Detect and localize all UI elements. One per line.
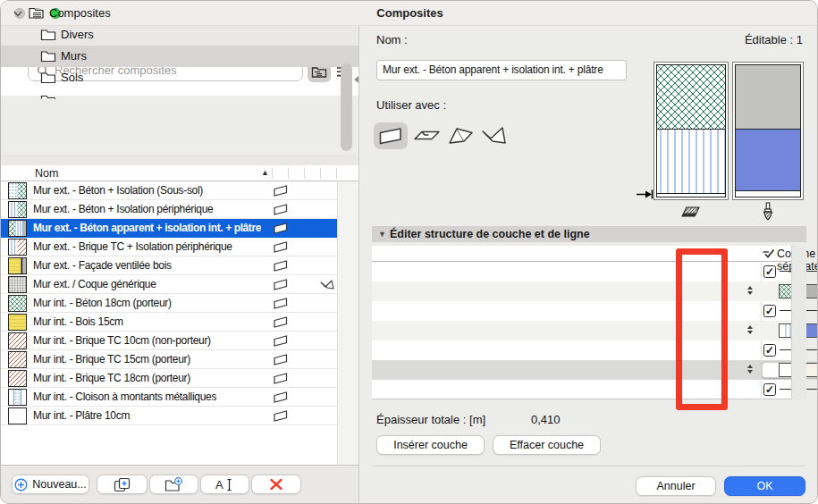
list-item[interactable]: Mur int. - Bois 15cm	[1, 313, 337, 332]
total-thickness-label: Épaisseur totale : [m]	[376, 413, 485, 426]
separator-checkbox[interactable]	[763, 383, 776, 396]
list-scrollbar-track[interactable]	[337, 181, 358, 466]
surface-concrete	[736, 65, 800, 130]
collapse-panel-icon[interactable]	[354, 76, 358, 83]
slab-icon	[413, 127, 442, 145]
use-with-shell-button[interactable]	[478, 122, 512, 149]
core-fill-pattern	[657, 65, 725, 130]
use-with-wall-button[interactable]	[374, 122, 408, 149]
folder-icon	[40, 71, 56, 85]
insert-layer-button[interactable]: Insérer couche	[376, 435, 485, 455]
separator-checkbox[interactable]	[763, 344, 776, 357]
separator-row[interactable]: Continu 27	[372, 301, 791, 321]
tree-item-label: Divers	[61, 28, 94, 41]
folder-icon	[40, 92, 56, 96]
composite-thumbnail	[8, 295, 27, 312]
folder-icon	[40, 28, 56, 42]
finish-layer-strip	[657, 193, 725, 197]
wall-icon	[274, 335, 288, 347]
wall-icon	[274, 185, 288, 197]
wall-icon	[378, 127, 403, 146]
new-composite-button[interactable]: Nouveau...	[12, 475, 89, 494]
tree-item-murs-selected[interactable]: Murs	[1, 46, 358, 67]
layer-row[interactable]: Isolation - Polystyrène ex... 67 0,200	[372, 321, 791, 340]
chevron-down-icon[interactable]	[13, 10, 23, 18]
roof-icon	[447, 126, 476, 146]
layer-structure-table: Couche et séparateur Stylo Ligne Type Ex…	[372, 246, 791, 399]
drag-handle[interactable]	[747, 286, 753, 295]
name-column-header[interactable]: Nom	[35, 167, 58, 180]
composite-thumbnail	[8, 314, 27, 331]
list-item[interactable]: Mur int. - Brique TC 15cm (porteur)	[1, 350, 337, 369]
list-item[interactable]: Mur ext. - Béton + Isolation périphériqu…	[1, 200, 337, 219]
composite-thumbnail	[8, 276, 27, 293]
plus-circle-icon	[14, 478, 28, 491]
list-item[interactable]: Mur int. - Brique TC 10cm (non-porteur)	[1, 332, 337, 350]
footer-divider	[372, 466, 806, 466]
tree-item-composites-root[interactable]: Composites	[1, 3, 358, 24]
wall-icon	[274, 260, 288, 272]
wall-icon	[274, 279, 288, 290]
wall-icon	[274, 223, 288, 234]
composite-thumbnail	[8, 201, 27, 218]
layer-row[interactable]: Béton armé (Apparent) 27 0,200	[372, 281, 791, 301]
svg-text:A: A	[215, 478, 223, 491]
new-folder-button[interactable]	[149, 475, 198, 494]
tree-item-divers[interactable]: Divers	[1, 24, 358, 46]
composite-thumbnail	[8, 389, 27, 406]
composite-thumbnail	[8, 332, 27, 349]
use-with-roof-button[interactable]	[444, 122, 478, 149]
separator-checkbox[interactable]	[763, 265, 776, 278]
panel-divider[interactable]	[358, 26, 359, 504]
separator-checkbox[interactable]	[763, 305, 776, 317]
wall-icon	[274, 298, 288, 309]
surface-insulation	[736, 130, 800, 190]
sort-ascending-icon[interactable]: ▲	[261, 168, 269, 177]
list-item[interactable]: Mur ext. - Façade ventilée bois	[1, 256, 337, 275]
tree-item-sols[interactable]: Sols	[1, 67, 358, 88]
section-title: Éditer structure de couche et de ligne	[390, 228, 590, 240]
surface-paint-icon	[760, 202, 776, 222]
delete-button[interactable]	[251, 475, 301, 494]
left-footer: Nouveau... A	[1, 466, 358, 504]
structure-section-header[interactable]: ▼ Éditer structure de couche et de ligne	[372, 226, 806, 242]
composite-name-input[interactable]: Mur ext. - Béton apparent + isolation in…	[376, 60, 627, 80]
rename-button[interactable]: A	[200, 475, 249, 494]
table-scrollbar-track[interactable]	[791, 246, 806, 399]
list-item[interactable]: Mur ext. - Béton + Isolation (Sous-sol)	[1, 181, 337, 200]
list-header[interactable]: Nom ▲	[1, 165, 358, 181]
list-item[interactable]: Mur int. - Cloison à montants métallique…	[1, 388, 337, 407]
separator-row[interactable]: Continu 67	[372, 340, 791, 360]
composites-list: Nom ▲ Mur ext. - Béton + Isolation (Sous…	[1, 165, 358, 466]
tree-scrollbar-thumb[interactable]	[341, 63, 352, 151]
layer-row-editing[interactable]: Finition int - Plaque de pl... › 87 › 0,…	[372, 360, 791, 380]
erase-layer-button[interactable]: Effacer couche	[493, 435, 601, 455]
list-item[interactable]: Mur ext. / Coque générique	[1, 275, 337, 294]
duplicate-button[interactable]	[97, 475, 148, 494]
surface-preview	[732, 62, 804, 200]
drag-handle[interactable]	[747, 365, 753, 374]
list-item[interactable]: Mur int. - Béton 18cm (porteur)	[1, 294, 337, 313]
cancel-button[interactable]: Annuler	[636, 476, 716, 496]
composite-thumbnail	[8, 370, 27, 387]
wall-icon	[274, 241, 288, 253]
drag-handle[interactable]	[747, 325, 753, 334]
list-item[interactable]: Mur int. - Plâtre 10cm	[1, 407, 337, 425]
use-with-slab-button[interactable]	[410, 122, 444, 149]
list-item[interactable]: Mur ext. - Brique TC + Isolation périphé…	[1, 238, 337, 256]
ok-button[interactable]: OK	[724, 476, 805, 496]
composite-thumbnail	[8, 407, 27, 424]
reference-line-marker-icon	[637, 189, 654, 199]
tree-item-label: Sols	[61, 71, 83, 84]
list-item[interactable]: Mur int. - Brique TC 18cm (porteur)	[1, 369, 337, 388]
insulation-fill-pattern	[657, 130, 725, 193]
new-button-label: Nouveau...	[32, 478, 86, 491]
tree-item-label: Murs	[61, 49, 87, 63]
folder-plus-icon	[164, 477, 183, 492]
total-thickness-value: 0,410	[531, 413, 561, 426]
list-item-selected[interactable]: Mur ext. - Béton apparent + isolation in…	[1, 219, 337, 238]
disclosure-triangle-icon[interactable]: ▼	[378, 230, 386, 239]
tree-item-partial	[1, 90, 358, 96]
separator-row[interactable]: Intérieur/Dessous : Continu 87	[372, 380, 791, 399]
separator-row[interactable]: Extérieur/Dessus : Continu 27	[372, 262, 791, 281]
